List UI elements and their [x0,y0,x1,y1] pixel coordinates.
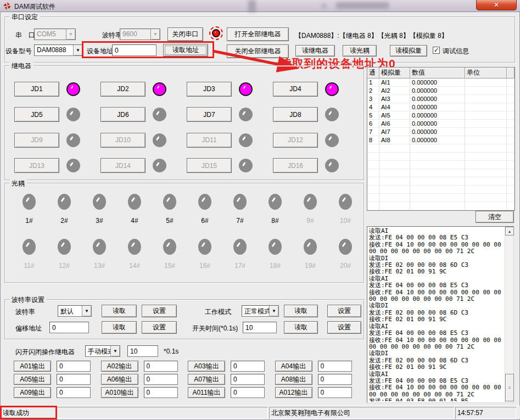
clear-log-button[interactable]: 清空 [476,211,514,223]
output-button-A012[interactable]: A012输出 [275,387,312,398]
relay-button-jd16[interactable]: JD16 [273,158,318,173]
read-analog-button[interactable]: 读模拟量 [390,45,427,57]
output-input-A07[interactable] [231,374,265,385]
work-mode-select[interactable]: 正常模式 ▼ [242,305,279,317]
read-address-button[interactable]: 读取地址 [163,44,208,57]
log-line-action: 读取DI [369,350,504,357]
output-button-A010[interactable]: A010输出 [101,387,138,398]
opto-label: 17# [234,262,245,270]
output-button-A06[interactable]: A06输出 [101,374,138,385]
relay-button-jd1[interactable]: JD1 [14,82,59,97]
relay-cell-jd11: JD11 [187,127,273,153]
relay-button-jd5[interactable]: JD5 [14,107,59,122]
output-button-A08[interactable]: A08输出 [275,374,312,385]
offset-read-button[interactable]: 读取 [102,321,137,334]
baud-select[interactable]: 9600 ▼ [120,29,160,40]
output-input-A09[interactable] [57,387,91,398]
table-row[interactable]: 5AI50.000000 [367,111,515,120]
table-row[interactable]: 3AI30.000000 [367,95,515,103]
work-mode-set-button[interactable]: 设置 [327,305,361,317]
device-address-input[interactable] [112,44,156,56]
relay-button-jd2[interactable]: JD2 [100,82,146,97]
output-button-A01[interactable]: A01输出 [14,361,51,372]
relay-button-jd10[interactable]: JD10 [100,133,146,148]
log-text: 读取AI发送:FE 04 00 00 00 08 E5 C3接收:FE 04 1… [369,228,504,401]
close-button[interactable]: ✕ [476,0,517,10]
table-row[interactable]: 8AI80.000000 [367,136,515,144]
output-input-A06[interactable] [144,374,178,385]
table-row[interactable]: 4AI40.000000 [367,103,515,111]
port-select[interactable]: COM5 ▼ [34,29,76,40]
work-mode-read-button[interactable]: 读取 [284,305,318,317]
relay-button-jd9[interactable]: JD9 [14,133,59,148]
offset-set-button[interactable]: 设置 [142,321,177,334]
relay-button-jd8[interactable]: JD8 [273,107,318,122]
switch-time-read-button[interactable]: 读取 [284,321,318,334]
port-open-indicator-led [212,29,220,37]
read-relay-button[interactable]: 读继电器 [295,45,335,57]
output-button-A04[interactable]: A04输出 [275,361,312,372]
baud-set-button[interactable]: 设置 [142,305,177,317]
switch-time-input[interactable] [243,322,277,333]
table-cell [507,136,515,144]
log-box[interactable]: 读取AI发送:FE 04 00 00 00 08 E5 C3接收:FE 04 1… [367,226,514,403]
log-scrollbar[interactable]: ▲ ≡ [505,227,513,402]
table-cell: 3 [367,95,379,103]
offset-address-input[interactable] [49,322,89,333]
relay-button-jd7[interactable]: JD7 [187,107,232,122]
debug-info-checkbox[interactable]: ✓ [433,47,440,54]
output-input-A011[interactable] [231,387,265,398]
table-cell [507,144,515,153]
log-scrollbar-thumb[interactable]: ≡ [505,374,514,401]
table-cell [465,169,507,177]
flash-mode-select[interactable]: 手动模式 ▼ [85,345,120,357]
relay-button-jd11[interactable]: JD11 [187,133,232,148]
output-input-A05[interactable] [57,374,91,385]
output-cell-A07: A07输出 [188,374,275,387]
baud-setting-select[interactable]: 默认 ▼ [58,305,92,317]
table-cell [367,202,379,210]
output-button-A09[interactable]: A09输出 [14,387,51,398]
relay-button-jd6[interactable]: JD6 [100,107,146,122]
switch-time-set-button[interactable]: 设置 [327,321,361,334]
model-select[interactable]: DAM0888 ▼ [34,44,83,56]
relay-cell-jd9: JD9 [14,127,100,153]
output-input-A04[interactable] [318,361,352,372]
table-row[interactable]: 1AI10.000000 [367,79,515,87]
output-input-A01[interactable] [57,361,91,372]
open-all-relays-button[interactable]: 打开全部继电器 [227,27,289,41]
output-input-A08[interactable] [318,374,352,385]
output-input-A03[interactable] [231,361,265,372]
relay-button-jd3[interactable]: JD3 [187,82,232,97]
close-port-button[interactable]: 关闭串口 [167,27,203,41]
output-button-A03[interactable]: A03输出 [188,361,225,372]
scroll-up-icon[interactable]: ▲ [505,227,514,236]
output-input-A012[interactable] [318,387,352,398]
table-header-cell [507,68,515,79]
opto-led-8 [269,194,282,210]
relay-button-jd12[interactable]: JD12 [273,133,318,148]
status-message-panel: 读取成功 [1,407,268,419]
table-cell: AI2 [379,87,410,95]
output-button-A05[interactable]: A05输出 [14,374,51,385]
table-row[interactable]: 2AI20.000000 [367,87,515,95]
baud-read-button[interactable]: 读取 [102,305,137,317]
table-row[interactable]: 6AI60.000000 [367,120,515,128]
relay-button-jd14[interactable]: JD14 [100,158,146,173]
output-cell-A011: A011输出 [188,387,275,400]
output-input-A02[interactable] [144,361,178,372]
output-button-A07[interactable]: A07输出 [188,374,225,385]
relay-button-jd15[interactable]: JD15 [187,158,232,173]
output-button-A02[interactable]: A02输出 [101,361,138,372]
read-opto-button[interactable]: 读光耦 [343,45,377,57]
log-line-hex: 接收:FE 04 10 00 00 00 00 00 00 00 00 00 0… [369,337,504,351]
relay-button-jd4[interactable]: JD4 [273,82,318,97]
table-row[interactable]: 7AI70.000000 [367,128,515,136]
output-button-A011[interactable]: A011输出 [188,387,225,398]
output-input-A010[interactable] [144,387,178,398]
relay-button-jd13[interactable]: JD13 [14,158,59,173]
flash-time-input[interactable] [127,345,158,357]
table-cell: AI7 [379,128,410,136]
opto-label: 6# [201,217,208,225]
opto-label: 9# [306,217,314,225]
